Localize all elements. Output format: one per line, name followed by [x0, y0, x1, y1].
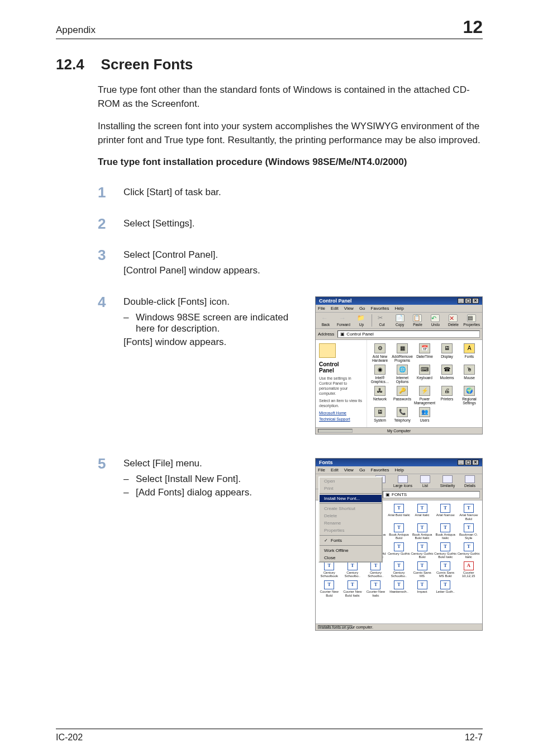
- cp-item[interactable]: 👥Users: [414, 407, 435, 422]
- dd-delete[interactable]: Delete: [320, 512, 382, 519]
- fonts-menu-help[interactable]: Help: [394, 467, 403, 472]
- cp-address-input[interactable]: ▣ Control Panel: [337, 330, 480, 338]
- dd-properties[interactable]: Properties: [320, 527, 382, 534]
- cp-item[interactable]: ☎Modems: [436, 365, 458, 384]
- cp-item[interactable]: 🖥Display: [436, 343, 458, 362]
- font-item[interactable]: TCentury Gothic: [388, 542, 411, 559]
- font-item[interactable]: TBookman O. Style: [457, 523, 480, 540]
- folder-icon: ▣: [386, 492, 390, 497]
- font-item[interactable]: TArial Italic: [411, 504, 434, 521]
- fonts-window-screenshot: Fonts _ ▢ ✕ File Edit View: [315, 458, 483, 631]
- close-icon[interactable]: ✕: [472, 298, 479, 304]
- cp-item[interactable]: 📞Telephony: [392, 407, 413, 422]
- font-item[interactable]: TComic Sans MS Bold: [434, 561, 457, 578]
- font-item[interactable]: TImpact: [411, 580, 434, 597]
- dd-create-shortcut[interactable]: Create Shortcut: [320, 505, 382, 512]
- font-item[interactable]: TArial Narrow: [434, 504, 457, 521]
- cp-item[interactable]: 🖱Mouse: [459, 365, 480, 384]
- font-item[interactable]: TArial Bold Italic: [388, 504, 411, 521]
- font-item[interactable]: TComic Sans MS: [411, 561, 434, 578]
- cp-tb-up[interactable]: Up: [354, 314, 369, 327]
- fonts-menu-file[interactable]: File: [318, 467, 325, 472]
- cp-link-mshome[interactable]: Microsoft Home: [319, 411, 346, 415]
- font-item[interactable]: TLetter Goth..: [434, 580, 457, 597]
- cp-icon-grid: ⚙Add New Hardware ▦Add/Remove Programs 📅…: [367, 340, 482, 428]
- step-3-text-2: [Control Panel] window appears.: [123, 265, 483, 276]
- font-item[interactable]: TCentury Gothic Bold: [411, 542, 434, 559]
- fonts-tb-details[interactable]: Details: [460, 475, 480, 488]
- font-item[interactable]: TCentury Gothic Italic: [457, 542, 480, 559]
- cp-menu-help[interactable]: Help: [394, 306, 403, 311]
- cp-menu-edit[interactable]: Edit: [331, 306, 339, 311]
- maximize-icon[interactable]: ▢: [465, 460, 472, 465]
- font-item[interactable]: TCentury Schoolbook: [318, 561, 341, 578]
- header-appendix: Appendix: [56, 25, 96, 36]
- cp-item[interactable]: ⚡Power Management: [414, 386, 435, 405]
- cp-link-support[interactable]: Technical Support: [319, 417, 350, 421]
- font-item[interactable]: THaettensch..: [388, 580, 411, 597]
- fonts-menu-view[interactable]: View: [344, 467, 354, 472]
- cp-item[interactable]: 🖨Printers: [436, 386, 458, 405]
- dd-open[interactable]: Open: [320, 478, 382, 485]
- fonts-menu-favorites[interactable]: Favorites: [371, 467, 389, 472]
- font-item[interactable]: TArial Narrow Bold: [457, 504, 480, 521]
- font-item[interactable]: TBook Antiqua Bold: [388, 523, 411, 540]
- cp-item[interactable]: 🌐Internet Options: [392, 365, 413, 384]
- dd-install-new-font[interactable]: Install New Font...: [320, 495, 382, 502]
- fonts-menu-edit[interactable]: Edit: [331, 467, 339, 472]
- cp-menu-favorites[interactable]: Favorites: [371, 306, 389, 311]
- cp-item[interactable]: ◉Intel® Graphics…: [369, 365, 391, 384]
- fonts-menubar[interactable]: File Edit View Go Favorites Help: [316, 466, 482, 474]
- cp-item[interactable]: 🖧Network: [369, 386, 391, 405]
- cp-item-fonts[interactable]: AFonts: [459, 343, 480, 362]
- cp-item[interactable]: ⌨Keyboard: [414, 365, 435, 384]
- dd-close[interactable]: Close: [320, 554, 382, 561]
- cp-item[interactable]: 🖥System: [369, 407, 391, 422]
- cp-menu-view[interactable]: View: [344, 306, 354, 311]
- cp-tb-delete[interactable]: Delete: [445, 314, 461, 327]
- font-item[interactable]: TCentury Schoolbo..: [341, 561, 364, 578]
- dd-fonts[interactable]: Fonts: [320, 537, 382, 544]
- cp-tb-copy[interactable]: Copy: [392, 314, 408, 327]
- font-item[interactable]: TCourier New Bold: [318, 580, 341, 597]
- maximize-icon[interactable]: ▢: [465, 298, 472, 304]
- font-item[interactable]: TBook Antiqua Italic: [434, 523, 457, 540]
- dd-work-offline[interactable]: Work Offline: [320, 547, 382, 554]
- font-item[interactable]: TCourier New Italic: [364, 580, 387, 597]
- cp-item[interactable]: 🌍Regional Settings: [459, 386, 480, 405]
- cp-tb-undo[interactable]: Undo: [427, 314, 443, 327]
- cp-menu-go[interactable]: Go: [359, 306, 365, 311]
- font-item[interactable]: TCentury Schoolbo..: [364, 561, 387, 578]
- dd-print[interactable]: Print: [320, 485, 382, 492]
- cp-sidebar-icon: [319, 343, 336, 358]
- minimize-icon[interactable]: _: [458, 298, 464, 304]
- cp-menu-file[interactable]: File: [318, 306, 325, 311]
- cp-toolbar: Back Forward Up Cut Copy Paste Undo Dele…: [316, 313, 482, 329]
- fonts-menu-go[interactable]: Go: [359, 467, 365, 472]
- fonts-tb-list[interactable]: List: [415, 475, 435, 488]
- cp-tb-cut[interactable]: Cut: [374, 314, 390, 327]
- cp-sidebar-p2: Select an item to view its description.: [319, 398, 363, 408]
- cp-item[interactable]: ⚙Add New Hardware: [369, 343, 391, 362]
- cp-tb-paste[interactable]: Paste: [410, 314, 426, 327]
- font-item[interactable]: ACourier 10,12,15: [457, 561, 480, 578]
- cp-item[interactable]: ▦Add/Remove Programs: [392, 343, 413, 362]
- minimize-icon[interactable]: _: [458, 460, 464, 465]
- fonts-tb-large-icons[interactable]: Large Icons: [393, 475, 413, 488]
- cp-tb-properties[interactable]: Properties: [463, 314, 480, 327]
- font-item[interactable]: TCentury Schoolbo..: [388, 561, 411, 578]
- cp-tb-back[interactable]: Back: [318, 314, 334, 327]
- fonts-address-input[interactable]: ▣ FONTS: [383, 491, 480, 498]
- step-2-text: Select [Settings].: [123, 218, 483, 229]
- dd-rename[interactable]: Rename: [320, 519, 382, 527]
- close-icon[interactable]: ✕: [472, 460, 479, 465]
- file-menu-dropdown: Open Print Install New Font... Create Sh…: [318, 476, 383, 563]
- cp-menubar[interactable]: File Edit View Go Favorites Help: [316, 305, 482, 313]
- cp-item[interactable]: 🔑Passwords: [392, 386, 413, 405]
- fonts-tb-similarity[interactable]: Similarity: [437, 475, 458, 488]
- font-item[interactable]: TCentury Gothic Bold Italic: [434, 542, 457, 559]
- font-item[interactable]: TBook Antiqua Bold Italic: [411, 523, 434, 540]
- cp-tb-forward[interactable]: Forward: [336, 314, 351, 327]
- font-item[interactable]: TCourier New Bold Italic: [341, 580, 364, 597]
- cp-item[interactable]: 📅Date/Time: [414, 343, 435, 362]
